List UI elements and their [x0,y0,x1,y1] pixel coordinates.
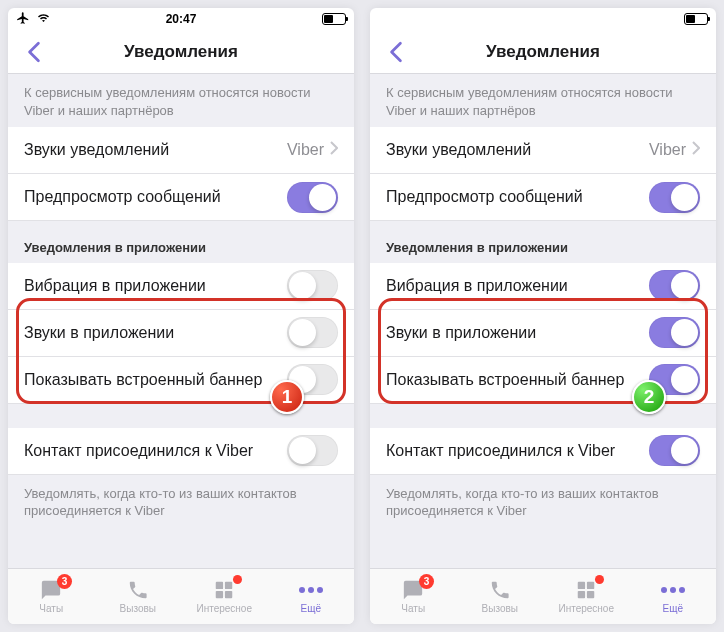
section-header-inapp: Уведомления в приложении [370,221,716,263]
cell-value: Viber [649,141,686,159]
svg-rect-8 [587,582,594,589]
cell-preview-messages[interactable]: Предпросмотр сообщений [8,174,354,221]
cell-label: Звуки уведомлений [386,141,649,159]
cell-label: Контакт присоединился к Viber [386,442,649,460]
tab-calls[interactable]: Вызовы [95,569,182,624]
contact-footer: Уведомлять, когда кто-то из ваших контак… [8,475,354,528]
svg-rect-3 [225,591,232,598]
nav-bar: Уведомления [8,30,354,74]
phone-icon [125,579,151,601]
cell-label: Звуки в приложении [386,324,649,342]
tab-label: Ещё [301,603,321,614]
battery-icon [684,13,708,25]
tab-more[interactable]: Ещё [630,569,717,624]
back-button[interactable] [376,30,416,73]
svg-rect-9 [578,591,585,598]
tab-badge: 3 [57,574,72,589]
svg-point-12 [670,587,676,593]
phone-icon [487,579,513,601]
toggle-contact-joined[interactable] [649,435,700,466]
svg-rect-1 [225,582,232,589]
phone-screen-1: 20:47 Уведомления К сервисным уведомлени… [8,8,354,624]
svg-rect-2 [216,591,223,598]
settings-content: К сервисным уведомлениям относятся новос… [370,74,716,568]
tab-badge-dot [233,575,242,584]
more-icon [660,579,686,601]
step-badge-1: 1 [270,380,304,414]
tab-label: Интересное [196,603,252,614]
cell-label: Предпросмотр сообщений [386,188,649,206]
svg-point-5 [308,587,314,593]
toggle-inapp-sounds[interactable] [287,317,338,348]
tab-more[interactable]: Ещё [268,569,355,624]
section-header-inapp: Уведомления в приложении [8,221,354,263]
cell-sounds-inapp[interactable]: Звуки в приложении [370,310,716,357]
tab-chats[interactable]: Чаты 3 [370,569,457,624]
tab-badge: 3 [419,574,434,589]
wifi-icon [36,12,51,27]
tab-calls[interactable]: Вызовы [457,569,544,624]
phone-screen-2: Уведомления К сервисным уведомлениям отн… [370,8,716,624]
cell-contact-joined[interactable]: Контакт присоединился к Viber [370,428,716,475]
svg-rect-0 [216,582,223,589]
tab-label: Вызовы [120,603,156,614]
cell-label: Предпросмотр сообщений [24,188,287,206]
cell-vibrate-inapp[interactable]: Вибрация в приложении [8,263,354,310]
svg-point-4 [299,587,305,593]
svg-point-6 [317,587,323,593]
service-footer: К сервисным уведомлениям относятся новос… [370,74,716,127]
toggle-vibrate[interactable] [649,270,700,301]
chevron-right-icon [330,141,338,159]
svg-point-13 [679,587,685,593]
cell-label: Контакт присоединился к Viber [24,442,287,460]
chevron-right-icon [692,141,700,159]
status-time: 20:47 [8,12,354,26]
service-footer: К сервисным уведомлениям относятся новос… [8,74,354,127]
toggle-preview[interactable] [649,182,700,213]
back-button[interactable] [14,30,54,73]
toggle-inapp-sounds[interactable] [649,317,700,348]
airplane-icon [16,11,30,28]
cell-sounds-inapp[interactable]: Звуки в приложении [8,310,354,357]
status-bar: 20:47 [8,8,354,30]
svg-rect-10 [587,591,594,598]
cell-label: Вибрация в приложении [24,277,287,295]
cell-vibrate-inapp[interactable]: Вибрация в приложении [370,263,716,310]
cell-label: Показывать встроенный баннер [386,371,649,389]
tab-label: Интересное [558,603,614,614]
cell-label: Звуки в приложении [24,324,287,342]
tab-badge-dot [595,575,604,584]
cell-value: Viber [287,141,324,159]
tab-label: Вызовы [482,603,518,614]
tab-interesting[interactable]: Интересное [543,569,630,624]
tab-bar: Чаты 3 Вызовы Интересное Ещё [8,568,354,624]
page-title: Уведомления [486,42,600,62]
cell-notification-sounds[interactable]: Звуки уведомлений Viber [370,127,716,174]
page-title: Уведомления [124,42,238,62]
battery-icon [322,13,346,25]
status-bar [370,8,716,30]
tab-label: Чаты [401,603,425,614]
toggle-contact-joined[interactable] [287,435,338,466]
more-icon [298,579,324,601]
cell-notification-sounds[interactable]: Звуки уведомлений Viber [8,127,354,174]
cell-label: Звуки уведомлений [24,141,287,159]
tab-label: Ещё [663,603,683,614]
step-badge-2: 2 [632,380,666,414]
svg-point-11 [661,587,667,593]
tab-chats[interactable]: Чаты 3 [8,569,95,624]
tab-bar: Чаты 3 Вызовы Интересное Ещё [370,568,716,624]
nav-bar: Уведомления [370,30,716,74]
cell-label: Вибрация в приложении [386,277,649,295]
tab-interesting[interactable]: Интересное [181,569,268,624]
toggle-vibrate[interactable] [287,270,338,301]
tab-label: Чаты [39,603,63,614]
svg-rect-7 [578,582,585,589]
contact-footer: Уведомлять, когда кто-то из ваших контак… [370,475,716,528]
toggle-preview[interactable] [287,182,338,213]
cell-label: Показывать встроенный баннер [24,371,287,389]
cell-preview-messages[interactable]: Предпросмотр сообщений [370,174,716,221]
settings-content: К сервисным уведомлениям относятся новос… [8,74,354,568]
cell-contact-joined[interactable]: Контакт присоединился к Viber [8,428,354,475]
